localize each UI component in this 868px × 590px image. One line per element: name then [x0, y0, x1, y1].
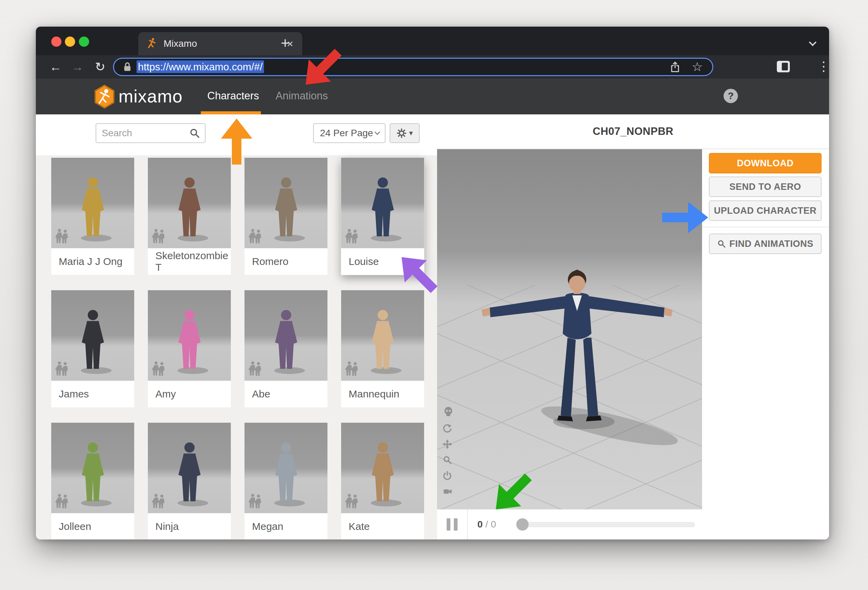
character-name: Maria J J Ong — [51, 248, 134, 275]
character-thumbnail — [51, 158, 134, 248]
character-name: Megan — [245, 513, 328, 540]
search-icon — [717, 239, 726, 248]
mixamo-brand[interactable]: mixamo — [118, 86, 183, 106]
character-thumbnail — [148, 423, 231, 513]
scale-reference-icon — [345, 360, 360, 377]
character-thumbnail — [245, 290, 328, 381]
search-icon[interactable] — [189, 128, 200, 139]
download-button[interactable]: DOWNLOAD — [709, 153, 822, 173]
help-icon[interactable]: ? — [723, 89, 738, 103]
character-thumbnail — [341, 290, 424, 381]
scale-reference-icon — [55, 493, 70, 509]
annotation-arrow-orange — [220, 118, 254, 165]
browser-tabstrip: Mixamo × + — [36, 27, 829, 55]
character-figure — [261, 173, 312, 246]
back-icon[interactable]: ← — [48, 59, 63, 74]
upload-character-button[interactable]: UPLOAD CHARACTER — [709, 201, 822, 221]
new-tab-button[interactable]: + — [275, 33, 295, 53]
url-text[interactable]: https://www.mixamo.com/#/ — [137, 61, 264, 73]
scale-reference-icon — [345, 228, 360, 244]
character-card[interactable]: Skeletonzombie T — [148, 158, 231, 275]
power-icon[interactable] — [443, 471, 452, 480]
character-figure — [261, 438, 312, 511]
scale-reference-icon — [249, 228, 263, 244]
zoom-icon[interactable] — [443, 455, 452, 465]
character-name: Ninja — [148, 513, 231, 540]
timeline-thumb[interactable] — [516, 518, 528, 531]
character-figure — [164, 173, 215, 246]
per-page-value: 24 Per Page — [320, 128, 373, 139]
preview-titlebar: CH07_NONPBR — [437, 114, 829, 149]
minimize-window-button[interactable] — [65, 37, 75, 47]
character-thumbnail — [341, 423, 424, 513]
preview-sidebar: DOWNLOAD SEND TO AERO UPLOAD CHARACTER F… — [702, 149, 829, 540]
character-thumbnail — [51, 290, 134, 381]
rotate-icon[interactable] — [443, 424, 452, 433]
timeline-track[interactable] — [523, 522, 695, 527]
move-icon[interactable] — [443, 440, 452, 449]
frame-counter: 0 / 0 — [477, 509, 496, 540]
character-figure — [164, 305, 215, 379]
search-input[interactable] — [102, 128, 189, 139]
character-figure — [164, 438, 215, 511]
character-figure — [67, 173, 118, 246]
desktop: Mixamo × + ← → ↻ https://www.mixamo.com/… — [0, 0, 868, 590]
scale-reference-icon — [55, 360, 70, 377]
pause-button[interactable] — [437, 509, 468, 540]
characters-tab-underline — [201, 111, 261, 114]
character-name: Romero — [245, 248, 328, 275]
skull-icon[interactable] — [443, 406, 454, 417]
share-icon[interactable] — [670, 61, 680, 73]
character-card[interactable]: Ninja — [148, 423, 231, 540]
character-name: Amy — [148, 381, 231, 407]
character-figure — [261, 305, 312, 379]
character-card[interactable]: Romero — [245, 158, 328, 275]
browser-toolbar: ← → ↻ https://www.mixamo.com/#/ ☆ — [36, 55, 829, 78]
gear-icon — [396, 128, 407, 138]
character-thumbnail — [245, 158, 328, 248]
sidebar-divider — [702, 227, 829, 227]
character-name: Skeletonzombie T — [148, 248, 231, 275]
forward-icon[interactable]: → — [70, 59, 85, 74]
find-animations-button[interactable]: FIND ANIMATIONS — [709, 233, 822, 254]
character-card[interactable]: Megan — [245, 423, 328, 540]
character-thumbnail — [51, 423, 134, 513]
character-card[interactable]: Mannequin — [341, 290, 424, 407]
side-panel-icon[interactable] — [777, 61, 790, 72]
scale-reference-icon — [152, 493, 166, 509]
send-to-aero-button[interactable]: SEND TO AERO — [709, 177, 822, 197]
lock-icon — [123, 62, 132, 72]
fullscreen-window-button[interactable] — [79, 37, 89, 47]
tab-characters[interactable]: Characters — [207, 90, 259, 102]
bookmark-star-icon[interactable]: ☆ — [692, 61, 703, 73]
character-name: James — [51, 381, 134, 407]
character-card[interactable]: Amy — [148, 290, 231, 407]
scale-reference-icon — [249, 493, 263, 509]
character-card[interactable]: James — [51, 290, 134, 407]
frame-total: 0 — [491, 519, 496, 530]
character-grid: Maria J J Ong Skeletonzombie T — [36, 155, 437, 540]
scale-reference-icon — [55, 228, 70, 244]
character-card[interactable]: Maria J J Ong — [51, 158, 134, 275]
browser-menu-icon[interactable]: ⋮ — [817, 59, 829, 74]
reload-icon[interactable]: ↻ — [93, 59, 108, 74]
character-model — [481, 270, 673, 421]
per-page-select[interactable]: 24 Per Page — [313, 123, 385, 143]
tab-search-chevron-icon[interactable] — [809, 38, 817, 46]
character-card[interactable]: Abe — [245, 290, 328, 407]
character-figure — [357, 438, 408, 511]
chevron-down-icon — [375, 130, 380, 135]
close-window-button[interactable] — [51, 37, 62, 47]
character-figure — [357, 305, 408, 379]
character-card[interactable]: Jolleen — [51, 423, 134, 540]
frame-current: 0 — [477, 519, 483, 530]
search-field[interactable] — [96, 123, 205, 143]
character-name: Mannequin — [341, 381, 424, 407]
character-figure — [67, 305, 118, 379]
address-bar[interactable]: https://www.mixamo.com/#/ ☆ — [113, 58, 713, 76]
mixamo-favicon-icon — [146, 37, 157, 50]
camera-icon[interactable] — [443, 487, 453, 496]
settings-gear-button[interactable]: ▾ — [390, 123, 420, 143]
scale-reference-icon — [345, 493, 360, 509]
character-card[interactable]: Kate — [341, 423, 424, 540]
